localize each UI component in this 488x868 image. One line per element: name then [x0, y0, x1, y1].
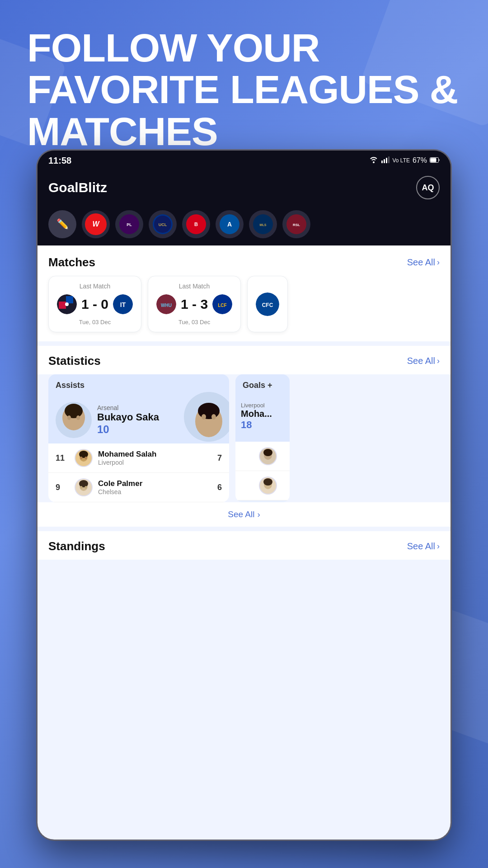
- vo-lte-icon: Vo LTE: [393, 157, 410, 164]
- bl-badge: B: [186, 214, 206, 234]
- tab-edit[interactable]: ✏️: [48, 210, 76, 238]
- edit-icon: ✏️: [56, 218, 69, 230]
- stat-card-assists-title: Assists: [56, 381, 222, 390]
- stat-card-goals-title: Goals +: [243, 381, 282, 390]
- battery-level: 67%: [413, 156, 427, 165]
- goals-top-area: Liverpool Moha... 18: [235, 396, 290, 442]
- user-avatar[interactable]: AQ: [416, 176, 440, 199]
- match-score-2: 1 - 3: [181, 297, 208, 312]
- goals-avatar-1: [259, 447, 277, 465]
- palmer-avatar: [75, 478, 93, 496]
- svg-text:WHU: WHU: [161, 303, 172, 308]
- goals-top-name: Moha...: [241, 409, 284, 419]
- goals-list: [235, 442, 290, 500]
- svg-point-39: [211, 414, 216, 420]
- bukayo-saka-avatar: [56, 402, 92, 438]
- matches-cards-row: Last Match 1 - 0: [38, 276, 450, 341]
- svg-rect-1: [384, 159, 385, 163]
- tab-bundesliga[interactable]: B: [182, 210, 210, 238]
- mls-badge: MLS: [253, 214, 273, 234]
- svg-rect-2: [386, 158, 387, 163]
- tab-whoscored[interactable]: W: [82, 210, 110, 238]
- svg-rect-0: [381, 160, 383, 163]
- team-logo-west-ham: WHU: [156, 294, 176, 314]
- stat-card-assists[interactable]: Assists: [48, 374, 229, 502]
- statistics-see-all-bottom[interactable]: See All ›: [38, 502, 450, 527]
- salah-info: Mohamed Salah Liverpool: [98, 450, 217, 466]
- svg-point-33: [67, 415, 71, 420]
- ucl-badge: UCL: [153, 214, 173, 234]
- rsl-badge: RSL: [286, 214, 306, 234]
- svg-point-38: [202, 414, 206, 420]
- league-tabs-row: ✏️ W PL UCL: [38, 207, 450, 245]
- tab-champions-league[interactable]: UCL: [149, 210, 177, 238]
- salah-club: Liverpool: [98, 459, 217, 466]
- statistics-section: Statistics See All › Assists: [38, 346, 450, 527]
- stat-item-palmer[interactable]: 9 Cole Pal: [48, 473, 229, 502]
- chevron-right-standings-icon: ›: [437, 542, 440, 551]
- match-date-1: Tue, 03 Dec: [57, 319, 133, 326]
- tab-serie-a[interactable]: A: [216, 210, 244, 238]
- stat-list-assists: 11 Mohamed: [48, 443, 229, 502]
- sa-badge: A: [220, 214, 239, 234]
- svg-point-47: [79, 480, 88, 487]
- tab-premier-league[interactable]: PL: [115, 210, 143, 238]
- salah-name: Mohamed Salah: [98, 450, 217, 459]
- chevron-right-icon: ›: [437, 258, 440, 267]
- statistics-section-header: Statistics See All ›: [38, 346, 450, 374]
- chevron-down-stats-icon: ›: [257, 509, 260, 519]
- signal-icon: [381, 156, 390, 165]
- statistics-see-all[interactable]: See All ›: [407, 356, 440, 366]
- goals-item-2[interactable]: [235, 471, 290, 500]
- standings-title: Standings: [48, 539, 105, 553]
- svg-point-43: [80, 457, 83, 459]
- match-date-2: Tue, 03 Dec: [156, 319, 232, 326]
- stat-top-player-assists: Arsenal Bukayo Saka 10: [48, 396, 229, 443]
- goals-item-1[interactable]: [235, 442, 290, 471]
- stat-item-salah[interactable]: 11 Mohamed: [48, 443, 229, 473]
- svg-text:A: A: [227, 221, 232, 228]
- palmer-name: Cole Palmer: [98, 479, 217, 488]
- svg-point-32: [65, 404, 83, 418]
- match-label-1: Last Match: [57, 283, 133, 290]
- svg-rect-3: [388, 156, 389, 163]
- svg-rect-5: [431, 158, 436, 162]
- svg-text:LCF: LCF: [218, 303, 226, 308]
- standings-section-header: Standings See All ›: [38, 531, 450, 560]
- palmer-info: Cole Palmer Chelsea: [98, 479, 217, 495]
- match-card-3[interactable]: CFC: [247, 276, 288, 332]
- match-card-1[interactable]: Last Match 1 - 0: [48, 276, 141, 332]
- svg-point-48: [80, 486, 83, 489]
- svg-text:RSL: RSL: [293, 223, 300, 227]
- svg-rect-20: [66, 296, 73, 303]
- match-card-2[interactable]: Last Match WHU 1 - 3 LCF: [148, 276, 241, 332]
- svg-point-49: [85, 486, 87, 489]
- svg-point-55: [263, 478, 272, 486]
- svg-text:B: B: [194, 222, 198, 227]
- hero-headline: FOLLOW YOUR FAVORITE LEAGUES & MATCHES: [27, 27, 461, 152]
- standings-see-all[interactable]: See All ›: [407, 541, 440, 552]
- ws-label: W: [92, 220, 99, 228]
- salah-avatar: [75, 449, 93, 467]
- matches-see-all[interactable]: See All ›: [407, 257, 440, 268]
- stat-card-goals[interactable]: Goals + Liverpool Moha... 18: [235, 374, 290, 502]
- svg-point-37: [198, 403, 220, 419]
- goals-top-value: 18: [241, 419, 284, 431]
- status-bar: 11:58 Vo LTE 67%: [38, 151, 450, 170]
- svg-point-34: [76, 415, 80, 420]
- tab-rsl[interactable]: RSL: [282, 210, 310, 238]
- svg-point-21: [65, 302, 69, 306]
- match-score-row-1: 1 - 0 IT: [57, 294, 133, 314]
- battery-icon: [430, 156, 440, 165]
- tab-mls[interactable]: MLS: [249, 210, 277, 238]
- team-logo-leicester: LCF: [212, 294, 232, 314]
- svg-text:MLS: MLS: [260, 223, 267, 226]
- svg-point-42: [79, 451, 88, 458]
- match-score-row-2: WHU 1 - 3 LCF: [156, 294, 232, 314]
- app-body: Matches See All › Last Match: [38, 245, 450, 841]
- team-logo-ipswich: IT: [113, 294, 133, 314]
- salah-value: 7: [217, 453, 222, 463]
- palmer-value: 6: [217, 483, 222, 492]
- phone-mockup: 11:58 Vo LTE 67%: [36, 149, 452, 841]
- chevron-right-stats-icon: ›: [437, 356, 440, 366]
